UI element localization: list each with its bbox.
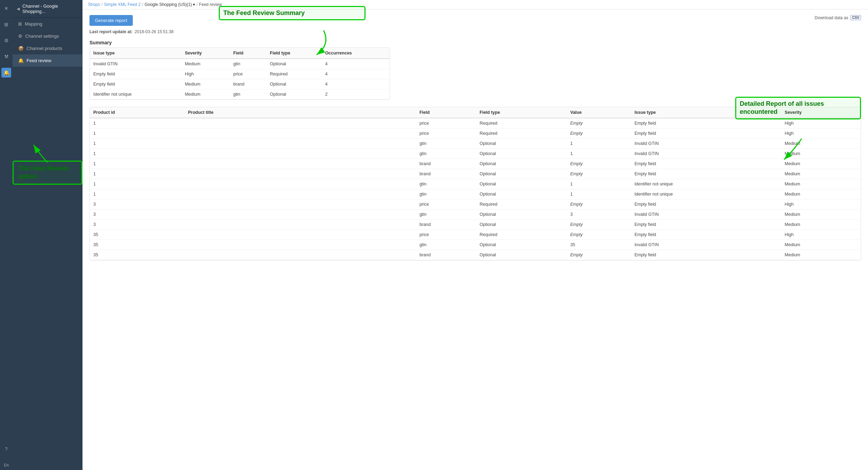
detail-cell-field-type: Optional — [476, 159, 567, 169]
summary-cell-severity: High — [181, 69, 230, 79]
detail-col-product-title: Product title — [185, 107, 416, 118]
detail-col-field-type: Field type — [476, 107, 567, 118]
summary-cell-field: brand — [230, 79, 266, 89]
detail-cell-field-type: Optional — [476, 179, 567, 189]
detail-cell-value: Empty — [567, 169, 631, 179]
detail-cell-field-type: Required — [476, 128, 567, 139]
help-icon[interactable]: ? — [1, 444, 11, 454]
channel-name: Channel - Google Shopping... — [22, 3, 78, 14]
back-arrow-icon: ◀ — [17, 7, 20, 11]
detail-table-row: 35 price Required Empty Empty field High — [90, 230, 861, 240]
breadcrumb: Shops / Simple XML Feed 2 / Google Shopp… — [82, 0, 868, 9]
detail-cell-value: 3 — [567, 210, 631, 220]
last-update: Last report update at: 2018-03-26 15:51:… — [89, 29, 861, 34]
detail-cell-severity: Medium — [781, 210, 861, 220]
detail-cell-issue-type: Empty field — [631, 159, 781, 169]
detail-cell-product-id: 35 — [90, 230, 185, 240]
detail-cell-product-title — [185, 230, 416, 240]
chevron-down-icon: ▾ — [193, 2, 195, 7]
summary-col-severity: Severity — [181, 48, 230, 59]
detail-table-row: 1 gtin Optional 1 Invalid GTIN Medium — [90, 149, 861, 159]
summary-col-occurrences: Occurrences — [321, 48, 390, 59]
sidebar-item-feed-review[interactable]: 🔔 Feed review — [13, 54, 82, 67]
detail-cell-field: gtin — [416, 149, 476, 159]
detail-cell-product-id: 3 — [90, 210, 185, 220]
summary-cell-occurrences: 2 — [321, 89, 390, 100]
generate-report-button[interactable]: Generate report — [89, 15, 133, 26]
detail-table-wrapper: Product id Product title Field Field typ… — [89, 107, 861, 260]
detail-col-issue-type: Issue type — [631, 107, 781, 118]
detail-cell-field: price — [416, 128, 476, 139]
detail-cell-severity: Medium — [781, 139, 861, 149]
csv-icon[interactable]: CSV — [850, 15, 861, 20]
detail-cell-severity: Medium — [781, 250, 861, 260]
detail-cell-product-title — [185, 220, 416, 230]
detail-table-row: 35 brand Optional Empty Empty field Medi… — [90, 250, 861, 260]
detail-cell-product-id: 35 — [90, 240, 185, 250]
detail-cell-field: gtin — [416, 210, 476, 220]
detail-cell-field-type: Optional — [476, 139, 567, 149]
detail-cell-product-id: 3 — [90, 220, 185, 230]
detail-cell-issue-type: Empty field — [631, 128, 781, 139]
breadcrumb-shops[interactable]: Shops — [88, 2, 100, 7]
detail-cell-issue-type: Empty field — [631, 250, 781, 260]
detail-cell-value: Empty — [567, 118, 631, 128]
detail-cell-field-type: Optional — [476, 189, 567, 199]
detail-cell-field: price — [416, 199, 476, 210]
breadcrumb-feed[interactable]: Simple XML Feed 2 — [104, 2, 140, 7]
sidebar-item-mapping[interactable]: ⊞ Mapping — [13, 18, 82, 30]
summary-cell-issue-type: Invalid GTIN — [90, 59, 181, 69]
detail-table-row: 1 brand Optional Empty Empty field Mediu… — [90, 159, 861, 169]
last-update-value: 2018-03-26 15:51:38 — [135, 29, 173, 34]
detail-cell-value: Empty — [567, 199, 631, 210]
detail-cell-value: Empty — [567, 128, 631, 139]
detail-table-row: 1 gtin Optional 1 Identifier not unique … — [90, 189, 861, 199]
sidebar-item-channel-settings[interactable]: ⚙ Channel settings — [13, 30, 82, 42]
summary-cell-field: gtin — [230, 89, 266, 100]
lang-icon[interactable]: EN — [1, 460, 11, 470]
summary-table-row: Empty field High price Required 4 — [90, 69, 390, 79]
summary-cell-field-type: Required — [266, 69, 321, 79]
feed-review-icon: 🔔 — [18, 58, 24, 63]
detail-cell-product-title — [185, 179, 416, 189]
sidebar-item-channel-products[interactable]: 📦 Channel products — [13, 42, 82, 54]
map-icon[interactable]: ⊞ — [1, 20, 11, 29]
detail-cell-field: gtin — [416, 139, 476, 149]
close-icon[interactable]: ✕ — [1, 3, 11, 13]
summary-cell-severity: Medium — [181, 89, 230, 100]
detail-cell-product-id: 1 — [90, 149, 185, 159]
detail-cell-field: brand — [416, 220, 476, 230]
detail-table-header-row: Product id Product title Field Field typ… — [90, 107, 861, 118]
detail-cell-product-id: 1 — [90, 159, 185, 169]
detail-cell-value: Empty — [567, 250, 631, 260]
detail-cell-product-title — [185, 169, 416, 179]
download-actions: Download data as CSV — [815, 15, 861, 20]
detail-cell-product-title — [185, 149, 416, 159]
summary-cell-occurrences: 4 — [321, 79, 390, 89]
detail-cell-product-title — [185, 159, 416, 169]
bell-icon[interactable]: 🔔 — [1, 68, 11, 78]
last-update-label: Last report update at: — [89, 29, 132, 34]
breadcrumb-channel-dropdown[interactable]: Google Shopping (US)(1) ▾ — [145, 2, 195, 7]
detail-cell-field: gtin — [416, 189, 476, 199]
detail-cell-severity: Medium — [781, 220, 861, 230]
detail-cell-value: 1 — [567, 149, 631, 159]
sidebar-item-label: Mapping — [25, 21, 42, 27]
detail-cell-product-title — [185, 210, 416, 220]
detail-cell-value: Empty — [567, 220, 631, 230]
detail-cell-issue-type: Identifier not unique — [631, 179, 781, 189]
channel-header[interactable]: ◀ Channel - Google Shopping... — [13, 0, 82, 18]
summary-col-field-type: Field type — [266, 48, 321, 59]
detail-cell-severity: High — [781, 230, 861, 240]
mapping-icon: ⊞ — [18, 21, 22, 27]
detail-cell-severity: Medium — [781, 149, 861, 159]
detail-cell-product-id: 1 — [90, 128, 185, 139]
summary-table-row: Identifier not unique Medium gtin Option… — [90, 89, 390, 100]
breadcrumb-sep1: / — [101, 2, 102, 7]
channel-products-icon: 📦 — [18, 46, 24, 51]
download-label: Download data as — [815, 15, 848, 20]
settings-icon[interactable]: ⚙ — [1, 36, 11, 45]
detail-cell-field-type: Optional — [476, 210, 567, 220]
detail-table-row: 1 price Required Empty Empty field High — [90, 118, 861, 128]
products-icon[interactable]: ⚒ — [1, 52, 11, 61]
